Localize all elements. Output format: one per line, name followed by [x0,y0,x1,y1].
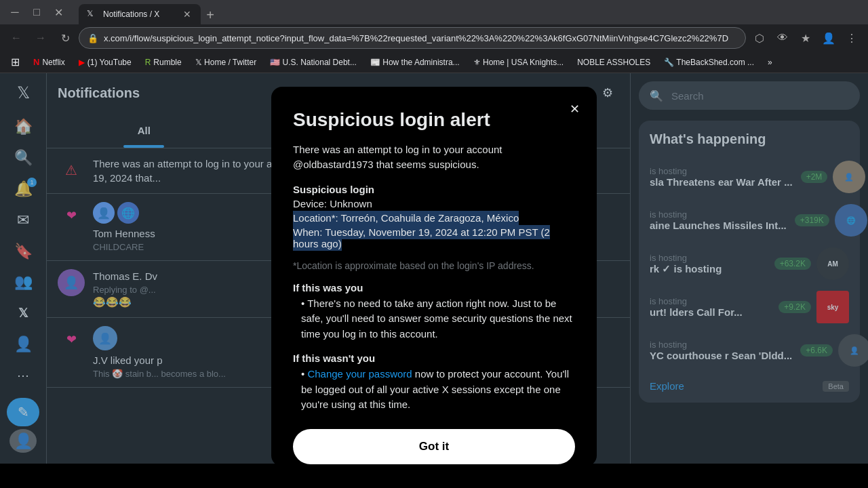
bullet-dot: • [301,298,307,309]
modal-login-section: Suspicious login Device: Unknown Locatio… [293,184,575,249]
modal-location: Location*: Torreón, Coahuila de Zaragoza… [293,212,575,224]
minimize-button[interactable]: ─ [5,3,24,22]
new-tab-button[interactable]: + [201,5,220,24]
tab-favicon: 𝕏 [87,9,98,20]
maximize-button[interactable]: □ [27,3,46,22]
got-it-button[interactable]: Got it [293,429,575,464]
profile-button[interactable]: 👤 [818,27,840,49]
bullet-dot-2: • [301,368,307,380]
modal-description: There was an attempt to log in to your a… [293,142,575,173]
address-text[interactable]: x.com/i/flow/suspicious_login_attempt_no… [104,33,737,43]
address-bar-row: ← → ↻ 🔒 x.com/i/flow/suspicious_login_at… [0,24,868,52]
modal-if-wasnt-you-text: • Change your password now to protect yo… [293,367,575,413]
change-password-link[interactable]: Change your password [307,368,412,380]
suspicious-login-modal: ✕ Suspicious login alert There was an at… [271,87,597,466]
bookmark-youtube[interactable]: ▶ (1) YouTube [73,54,137,70]
bookmarks-toggle[interactable]: ⊞ [5,54,25,70]
modal-if-was-you: If this was you • There's no need to tak… [293,282,575,342]
modal-location-highlight: Location*: Torreón, Coahuila de Zaragoza… [293,211,519,225]
modal-device: Device: Unknown [293,198,575,209]
modal-close-button[interactable]: ✕ [563,98,586,121]
bookmark-noble[interactable]: NOBLE ASSHOLES [572,54,656,70]
tab-close-button[interactable]: ✕ [182,9,193,20]
cast-button[interactable]: ⬡ [749,27,770,49]
bookmark-twitter[interactable]: 𝕏 Home / Twitter [190,54,262,70]
modal-if-was-you-text: • There's no need to take any action rig… [293,296,575,342]
lock-icon: 🔒 [87,33,98,43]
window-controls: ─ □ ✕ [5,3,68,22]
tab-title: Notifications / X [103,9,176,19]
modal-when: When: Tuesday, November 19, 2024 at 12:2… [293,226,575,249]
bookmarks-more[interactable]: » [762,54,778,70]
toolbar-icons: ⬡ 👁 ★ 👤 ⋮ [749,27,863,49]
back-button[interactable]: ← [5,27,27,49]
modal-footnote: *Location is approximate based on the lo… [293,260,575,271]
bookmark-rumble[interactable]: R Rumble [140,54,187,70]
reload-button[interactable]: ↻ [54,27,76,49]
modal-section-label: Suspicious login [293,184,575,195]
bookmarks-bar: ⊞ N Netflix ▶ (1) YouTube R Rumble 𝕏 Hom… [0,52,868,73]
address-bar: 🔒 x.com/i/flow/suspicious_login_attempt_… [79,27,746,49]
modal-if-wasnt-you: If this wasn't you • Change your passwor… [293,352,575,413]
close-button[interactable]: ✕ [49,3,68,22]
bookmark-admin[interactable]: 📰 How the Administra... [365,54,465,70]
star-button[interactable]: ★ [795,27,816,49]
bookmark-backshed[interactable]: 🔧 TheBackShed.com ... [658,54,760,70]
bookmark-debt[interactable]: 🇺🇸 U.S. National Debt... [264,54,362,70]
modal-overlay: ✕ Suspicious login alert There was an at… [0,73,868,464]
modal-when-highlight: When: Tuesday, November 19, 2024 at 12:2… [293,225,550,251]
active-tab[interactable]: 𝕏 Notifications / X ✕ [79,4,201,24]
browser-titlebar: ─ □ ✕ 𝕏 Notifications / X ✕ + [0,0,868,24]
app-layout: 𝕏 🏠 🔍 🔔 1 ✉ 🔖 👥 𝕏 👤 ⋯ ✎ [0,73,868,464]
modal-title: Suspicious login alert [293,108,575,131]
privacy-button[interactable]: 👁 [772,27,793,49]
more-button[interactable]: ⋮ [841,27,863,49]
modal-if-was-you-title: If this was you [293,282,575,293]
bookmark-netflix[interactable]: N Netflix [28,54,71,70]
forward-button[interactable]: → [30,27,52,49]
browser-chrome: ─ □ ✕ 𝕏 Notifications / X ✕ + ← → ↻ 🔒 x.… [0,0,868,73]
modal-if-wasnt-you-title: If this wasn't you [293,352,575,364]
bookmark-knights[interactable]: ⚜ Home | USA Knights... [468,54,570,70]
